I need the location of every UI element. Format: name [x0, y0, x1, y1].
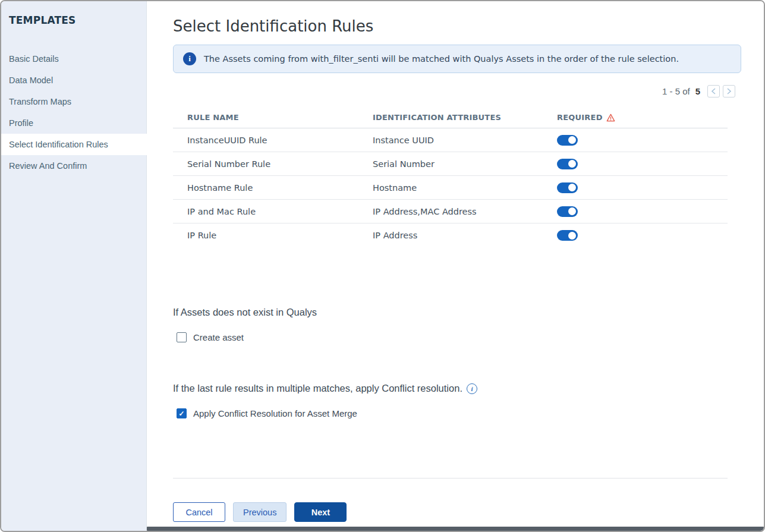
sidebar-item-label: Review And Confirm: [9, 161, 87, 171]
toggle-knob: [568, 160, 576, 168]
sidebar-item-label: Transform Maps: [9, 97, 71, 106]
wizard-window: TEMPLATES Basic Details Data Model Trans…: [0, 0, 765, 532]
sidebar-item-select-identification-rules[interactable]: Select Identification Rules: [1, 134, 147, 155]
table-row: IP Rule IP Address: [173, 223, 728, 247]
required-toggle[interactable]: [557, 182, 578, 193]
sidebar-item-label: Profile: [9, 118, 33, 128]
footer-buttons: Cancel Previous Next: [173, 502, 741, 522]
create-asset-heading: If Assets does not exist in Qualys: [173, 307, 728, 318]
conflict-resolution-heading: If the last rule results in multiple mat…: [173, 383, 728, 394]
chevron-left-icon: [711, 88, 716, 95]
attributes-cell: IP Address,MAC Address: [373, 207, 557, 216]
rule-name-cell: IP and Mac Rule: [187, 207, 373, 216]
pagination-total: 5: [695, 86, 700, 96]
conflict-resolution-section: If the last rule results in multiple mat…: [173, 383, 728, 418]
sidebar-item-transform-maps[interactable]: Transform Maps: [1, 91, 146, 112]
identification-rules-table: RULE NAME IDENTIFICATION ATTRIBUTES REQU…: [173, 113, 728, 247]
attributes-cell: Hostname: [373, 183, 557, 193]
rule-name-cell: Hostname Rule: [187, 183, 373, 193]
sidebar-item-basic-details[interactable]: Basic Details: [1, 48, 146, 70]
apply-conflict-checkbox-label: Apply Conflict Resolution for Asset Merg…: [193, 408, 357, 418]
attributes-cell: IP Address: [373, 231, 557, 240]
sidebar-item-label: Data Model: [9, 75, 53, 85]
pagination: 1 - 5 of 5: [173, 85, 735, 97]
toggle-knob: [568, 136, 576, 144]
attributes-cell: Serial Number: [373, 159, 557, 169]
table-row: Hostname Rule Hostname: [173, 176, 728, 200]
rule-name-cell: IP Rule: [187, 231, 373, 240]
pagination-next-button[interactable]: [723, 85, 735, 97]
previous-button[interactable]: Previous: [233, 502, 287, 522]
info-banner-text: The Assets coming from with_filter_senti…: [204, 54, 679, 64]
rule-name-cell: InstanceUUID Rule: [187, 136, 373, 145]
page-title: Select Identification Rules: [173, 17, 741, 36]
required-toggle[interactable]: [557, 206, 578, 217]
info-icon: i: [183, 52, 196, 65]
sidebar-title: TEMPLATES: [1, 14, 146, 26]
column-header-required-label: REQUIRED: [557, 113, 603, 122]
sidebar-item-label: Select Identification Rules: [9, 140, 108, 149]
column-header-identification-attributes: IDENTIFICATION ATTRIBUTES: [373, 113, 557, 122]
templates-sidebar: TEMPLATES Basic Details Data Model Trans…: [1, 1, 147, 531]
sidebar-item-review-and-confirm[interactable]: Review And Confirm: [1, 155, 146, 177]
table-row: IP and Mac Rule IP Address,MAC Address: [173, 200, 728, 223]
rule-name-cell: Serial Number Rule: [187, 159, 373, 169]
required-toggle[interactable]: [557, 230, 578, 241]
toggle-knob: [568, 207, 576, 215]
footer-divider: [173, 478, 728, 479]
create-asset-checkbox[interactable]: [177, 332, 187, 342]
sidebar-item-profile[interactable]: Profile: [1, 112, 146, 134]
required-toggle[interactable]: [557, 135, 578, 146]
conflict-info-icon[interactable]: i: [467, 383, 477, 394]
table-header-row: RULE NAME IDENTIFICATION ATTRIBUTES REQU…: [173, 113, 728, 128]
chevron-right-icon: [726, 88, 732, 95]
table-row: Serial Number Rule Serial Number: [173, 152, 728, 176]
info-banner: i The Assets coming from with_filter_sen…: [173, 45, 741, 73]
pagination-prev-button[interactable]: [707, 85, 720, 97]
attributes-cell: Instance UUID: [373, 136, 557, 145]
table-row: InstanceUUID Rule Instance UUID: [173, 128, 728, 152]
sidebar-item-data-model[interactable]: Data Model: [1, 70, 146, 91]
conflict-resolution-heading-text: If the last rule results in multiple mat…: [173, 383, 462, 394]
pagination-range: 1 - 5 of: [662, 86, 690, 96]
sidebar-item-label: Basic Details: [9, 54, 59, 64]
next-button[interactable]: Next: [294, 502, 347, 522]
required-toggle[interactable]: [557, 159, 578, 169]
table-body: InstanceUUID Rule Instance UUID Serial N…: [173, 128, 728, 247]
create-asset-section: If Assets does not exist in Qualys Creat…: [173, 307, 728, 342]
column-header-rule-name: RULE NAME: [187, 113, 373, 122]
create-asset-checkbox-label: Create asset: [193, 332, 244, 342]
create-asset-checkbox-row[interactable]: Create asset: [177, 332, 728, 342]
column-header-required: REQUIRED: [557, 113, 728, 122]
apply-conflict-checkbox-row[interactable]: ✓ Apply Conflict Resolution for Asset Me…: [177, 408, 728, 418]
cancel-button[interactable]: Cancel: [173, 502, 225, 522]
main-content: Select Identification Rules i The Assets…: [147, 1, 764, 531]
wizard-steps-nav: Basic Details Data Model Transform Maps …: [1, 48, 146, 177]
warning-triangle-icon: [606, 114, 615, 122]
toggle-knob: [568, 184, 576, 191]
toggle-knob: [568, 232, 576, 240]
apply-conflict-checkbox[interactable]: ✓: [177, 408, 187, 418]
horizontal-scrollbar[interactable]: [147, 527, 764, 531]
